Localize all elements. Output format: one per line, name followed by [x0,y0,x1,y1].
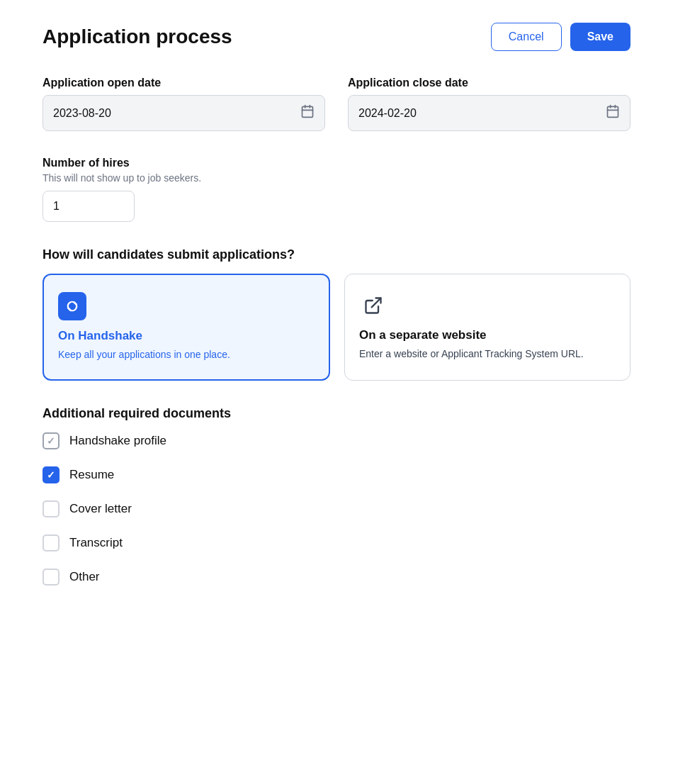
svg-line-8 [372,298,381,308]
calendar-icon-close [606,104,620,122]
handshake-icon-container [58,292,86,320]
hires-section: Number of hires This will not show up to… [43,157,630,222]
open-date-label: Application open date [43,77,325,89]
checkbox-label-handshake-profile: Handshake profile [69,434,166,448]
checkbox-transcript-box[interactable] [43,534,60,551]
checkbox-resume-box[interactable]: ✓ [43,466,60,483]
save-button[interactable]: Save [570,23,630,51]
external-icon-container [359,291,388,320]
submission-card-external[interactable]: On a separate website Enter a website or… [344,274,630,381]
checkbox-other-box[interactable] [43,569,60,586]
checkmark-handshake-profile: ✓ [47,435,55,447]
checkbox-label-resume: Resume [69,468,114,482]
svg-rect-4 [608,106,618,117]
close-date-label: Application close date [348,77,630,89]
submission-section: How will candidates submit applications?… [43,247,630,381]
handshake-card-title: On Handshake [58,329,315,343]
header-buttons: Cancel Save [491,23,630,51]
checkbox-resume: ✓ Resume [43,466,630,483]
checkbox-handshake-profile-box[interactable]: ✓ [43,432,60,449]
close-date-input[interactable]: 2024-02-20 [348,95,630,131]
checkbox-handshake-profile: ✓ Handshake profile [43,432,630,449]
hires-label: Number of hires [43,157,130,169]
handshake-card-desc: Keep all your applications in one place. [58,347,315,362]
page-header: Application process Cancel Save [43,23,630,51]
calendar-icon-open [300,104,315,122]
hires-subtitle: This will not show up to job seekers. [43,172,630,184]
checkbox-label-other: Other [69,570,100,584]
checkbox-cover-letter-box[interactable] [43,500,60,517]
submission-card-handshake[interactable]: On Handshake Keep all your applications … [43,274,330,381]
hires-input[interactable] [43,191,135,222]
open-date-group: Application open date 2023-08-20 [43,77,325,131]
checkmark-resume: ✓ [47,469,55,481]
external-link-icon [361,293,386,318]
external-card-title: On a separate website [359,328,616,342]
docs-title: Additional required documents [43,406,630,421]
svg-rect-0 [302,106,313,117]
submission-options: On Handshake Keep all your applications … [43,274,630,381]
docs-section: Additional required documents ✓ Handshak… [43,406,630,586]
date-row: Application open date 2023-08-20 Applica… [43,77,630,131]
checkbox-label-transcript: Transcript [69,536,123,550]
close-date-group: Application close date 2024-02-20 [348,77,630,131]
cancel-button[interactable]: Cancel [491,23,562,51]
close-date-value: 2024-02-20 [358,107,417,120]
checkbox-transcript: Transcript [43,534,630,551]
checkbox-label-cover-letter: Cover letter [69,502,132,516]
handshake-logo [58,292,86,320]
external-card-desc: Enter a website or Applicant Tracking Sy… [359,347,616,362]
submission-title: How will candidates submit applications? [43,247,630,262]
open-date-value: 2023-08-20 [53,107,111,120]
open-date-input[interactable]: 2023-08-20 [43,95,325,131]
page-title: Application process [43,26,232,48]
checkbox-other: Other [43,569,630,586]
checkbox-cover-letter: Cover letter [43,500,630,517]
